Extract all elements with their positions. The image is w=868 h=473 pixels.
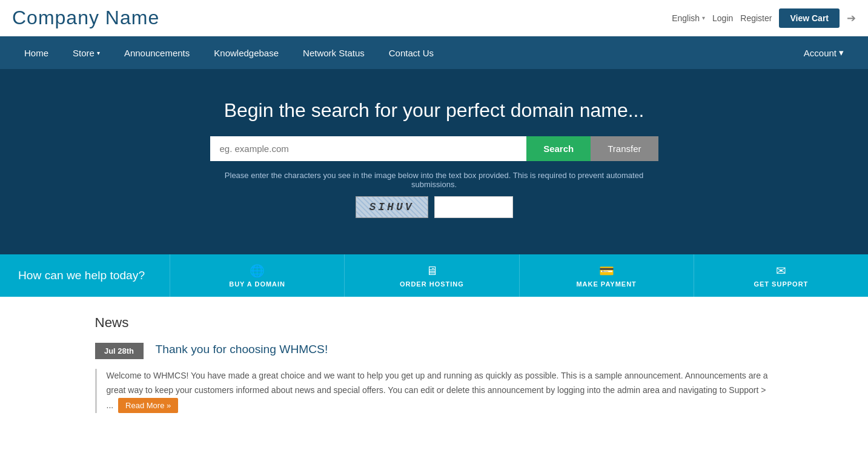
globe-icon: 🌐 [250,263,265,278]
chevron-down-icon: ▾ [702,15,705,21]
action-buy-domain-label: BUY A DOMAIN [229,280,285,288]
nav-store[interactable]: Store ▾ [61,37,112,69]
action-get-support-label: GET SUPPORT [754,280,808,288]
language-label: English [672,13,700,23]
action-order-hosting-label: ORDER HOSTING [400,280,464,288]
action-buy-domain[interactable]: 🌐 BUY A DOMAIN [170,254,344,297]
action-get-support[interactable]: ✉ GET SUPPORT [694,254,868,297]
nav-home[interactable]: Home [12,37,61,69]
news-item: Jul 28th Thank you for choosing WHMCS! [95,343,774,359]
nav-network-status[interactable]: Network Status [291,37,377,69]
hero-section: Begin the search for your perfect domain… [0,69,868,254]
action-make-payment-label: MAKE PAYMENT [576,280,636,288]
news-headline[interactable]: Thank you for choosing WHMCS! [156,343,328,356]
captcha-row: SIHUV [12,196,856,218]
read-more-button[interactable]: Read More » [118,398,178,413]
search-button[interactable]: Search [526,136,591,161]
quick-actions-bar: How can we help today? 🌐 BUY A DOMAIN 🖥 … [0,254,868,297]
company-name: Company Name [12,7,159,29]
nav-announcements[interactable]: Announcements [112,37,202,69]
news-body-text: Welcome to WHMCS! You have made a great … [107,371,768,410]
captcha-image: SIHUV [356,196,428,218]
news-date: Jul 28th [95,343,144,359]
action-make-payment[interactable]: 💳 MAKE PAYMENT [519,254,694,297]
domain-search-input[interactable] [210,136,527,161]
action-items: 🌐 BUY A DOMAIN 🖥 ORDER HOSTING 💳 MAKE PA… [170,254,868,297]
news-section-title: News [95,315,774,331]
language-selector[interactable]: English ▾ [672,13,705,23]
server-icon: 🖥 [426,264,438,278]
chevron-down-icon: ▾ [839,47,844,58]
credit-card-icon: 💳 [599,263,614,278]
envelope-icon: ✉ [776,263,786,278]
top-bar: Company Name English ▾ Login Register Vi… [0,0,868,36]
nav-contact-us[interactable]: Contact Us [377,37,446,69]
captcha-input[interactable] [434,196,513,218]
register-link[interactable]: Register [740,13,772,23]
captcha-help-text: Please enter the characters you see in t… [216,171,652,189]
main-nav: Home Store ▾ Announcements Knowledgebase… [0,36,868,69]
nav-knowledgebase[interactable]: Knowledgebase [202,37,291,69]
chevron-down-icon: ▾ [97,50,100,56]
help-text: How can we help today? [0,269,170,282]
domain-search-bar: Search Transfer [210,136,658,161]
view-cart-button[interactable]: View Cart [779,8,840,28]
hero-heading: Begin the search for your perfect domain… [12,99,856,122]
left-nav: Home Store ▾ Announcements Knowledgebase… [12,37,446,69]
transfer-button[interactable]: Transfer [591,136,658,161]
nav-account[interactable]: Account ▾ [792,36,856,69]
news-section: News Jul 28th Thank you for choosing WHM… [71,297,798,431]
action-order-hosting[interactable]: 🖥 ORDER HOSTING [344,254,518,297]
top-right-controls: English ▾ Login Register View Cart ➔ [672,8,856,28]
news-body: Welcome to WHMCS! You have made a great … [95,369,774,413]
logout-icon[interactable]: ➔ [847,12,856,25]
login-link[interactable]: Login [712,13,733,23]
